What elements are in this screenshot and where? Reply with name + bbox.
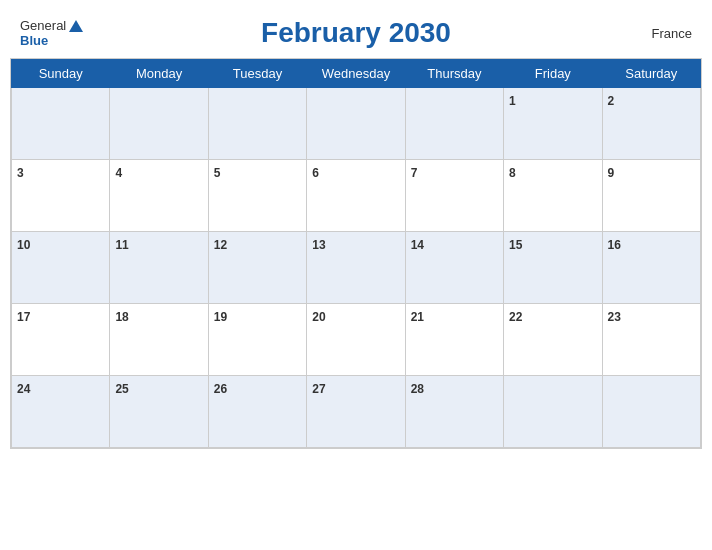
calendar-day-cell <box>602 376 700 448</box>
calendar-day-cell: 6 <box>307 160 405 232</box>
col-tuesday: Tuesday <box>208 60 306 88</box>
calendar-week-row: 10111213141516 <box>12 232 701 304</box>
calendar-day-cell: 18 <box>110 304 208 376</box>
calendar-day-cell: 26 <box>208 376 306 448</box>
col-friday: Friday <box>504 60 602 88</box>
calendar-day-cell: 27 <box>307 376 405 448</box>
day-number: 5 <box>214 166 221 180</box>
calendar-week-row: 2425262728 <box>12 376 701 448</box>
calendar-day-cell <box>504 376 602 448</box>
calendar-day-cell: 16 <box>602 232 700 304</box>
day-number: 14 <box>411 238 424 252</box>
day-number: 24 <box>17 382 30 396</box>
calendar-day-cell: 8 <box>504 160 602 232</box>
calendar-day-cell: 20 <box>307 304 405 376</box>
day-number: 17 <box>17 310 30 324</box>
calendar-body: 1234567891011121314151617181920212223242… <box>12 88 701 448</box>
day-number: 2 <box>608 94 615 108</box>
day-number: 8 <box>509 166 516 180</box>
day-number: 1 <box>509 94 516 108</box>
day-number: 16 <box>608 238 621 252</box>
day-number: 21 <box>411 310 424 324</box>
logo-triangle-icon <box>69 20 83 32</box>
day-number: 28 <box>411 382 424 396</box>
days-of-week-row: Sunday Monday Tuesday Wednesday Thursday… <box>12 60 701 88</box>
day-number: 20 <box>312 310 325 324</box>
calendar-header: General Blue February 2030 France <box>10 10 702 52</box>
day-number: 9 <box>608 166 615 180</box>
day-number: 15 <box>509 238 522 252</box>
calendar-week-row: 17181920212223 <box>12 304 701 376</box>
calendar-day-cell: 25 <box>110 376 208 448</box>
day-number: 25 <box>115 382 128 396</box>
calendar-day-cell: 10 <box>12 232 110 304</box>
day-number: 23 <box>608 310 621 324</box>
calendar-day-cell <box>12 88 110 160</box>
col-wednesday: Wednesday <box>307 60 405 88</box>
calendar-day-cell: 24 <box>12 376 110 448</box>
calendar-day-cell <box>405 88 503 160</box>
day-number: 26 <box>214 382 227 396</box>
logo-general-text: General <box>20 18 66 33</box>
day-number: 11 <box>115 238 128 252</box>
calendar-week-row: 3456789 <box>12 160 701 232</box>
calendar-day-cell <box>307 88 405 160</box>
calendar-day-cell: 11 <box>110 232 208 304</box>
calendar-day-cell: 19 <box>208 304 306 376</box>
calendar-day-cell: 7 <box>405 160 503 232</box>
calendar-container: Sunday Monday Tuesday Wednesday Thursday… <box>10 58 702 449</box>
calendar-thead: Sunday Monday Tuesday Wednesday Thursday… <box>12 60 701 88</box>
day-number: 22 <box>509 310 522 324</box>
day-number: 7 <box>411 166 418 180</box>
day-number: 6 <box>312 166 319 180</box>
calendar-day-cell: 28 <box>405 376 503 448</box>
calendar-day-cell: 1 <box>504 88 602 160</box>
calendar-day-cell: 21 <box>405 304 503 376</box>
day-number: 18 <box>115 310 128 324</box>
col-sunday: Sunday <box>12 60 110 88</box>
day-number: 4 <box>115 166 122 180</box>
calendar-day-cell: 12 <box>208 232 306 304</box>
calendar-day-cell <box>110 88 208 160</box>
calendar-day-cell: 23 <box>602 304 700 376</box>
col-saturday: Saturday <box>602 60 700 88</box>
day-number: 13 <box>312 238 325 252</box>
calendar-day-cell: 15 <box>504 232 602 304</box>
calendar-day-cell: 5 <box>208 160 306 232</box>
logo-blue-text: Blue <box>20 33 48 48</box>
col-thursday: Thursday <box>405 60 503 88</box>
calendar-day-cell: 3 <box>12 160 110 232</box>
day-number: 3 <box>17 166 24 180</box>
calendar-week-row: 12 <box>12 88 701 160</box>
day-number: 27 <box>312 382 325 396</box>
calendar-day-cell <box>208 88 306 160</box>
country-label: France <box>652 26 692 41</box>
day-number: 19 <box>214 310 227 324</box>
col-monday: Monday <box>110 60 208 88</box>
calendar-day-cell: 13 <box>307 232 405 304</box>
calendar-day-cell: 9 <box>602 160 700 232</box>
calendar-day-cell: 14 <box>405 232 503 304</box>
calendar-title: February 2030 <box>261 17 451 49</box>
logo: General <box>20 18 83 33</box>
calendar-day-cell: 2 <box>602 88 700 160</box>
calendar-day-cell: 4 <box>110 160 208 232</box>
day-number: 10 <box>17 238 30 252</box>
calendar-day-cell: 17 <box>12 304 110 376</box>
day-number: 12 <box>214 238 227 252</box>
calendar-table: Sunday Monday Tuesday Wednesday Thursday… <box>11 59 701 448</box>
calendar-day-cell: 22 <box>504 304 602 376</box>
logo-area: General Blue <box>20 18 83 48</box>
